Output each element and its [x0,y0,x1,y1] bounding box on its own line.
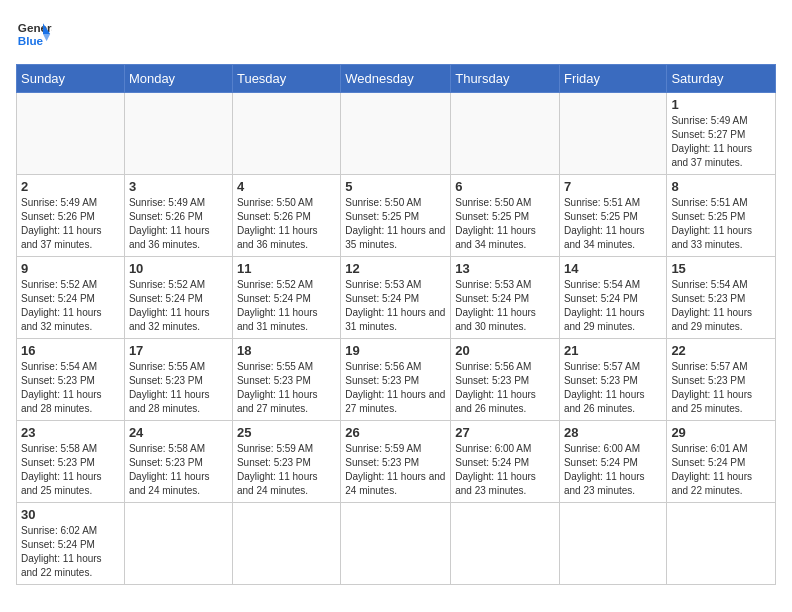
day-number: 23 [21,425,120,440]
day-number: 12 [345,261,446,276]
header: General Blue [16,16,776,52]
day-number: 10 [129,261,228,276]
day-info: Sunrise: 5:56 AM Sunset: 5:23 PM Dayligh… [345,360,446,416]
calendar-cell [341,503,451,585]
calendar-cell [124,93,232,175]
day-number: 16 [21,343,120,358]
day-number: 25 [237,425,336,440]
calendar-cell: 14Sunrise: 5:54 AM Sunset: 5:24 PM Dayli… [559,257,666,339]
day-number: 27 [455,425,555,440]
calendar-cell: 19Sunrise: 5:56 AM Sunset: 5:23 PM Dayli… [341,339,451,421]
calendar-cell: 10Sunrise: 5:52 AM Sunset: 5:24 PM Dayli… [124,257,232,339]
calendar-cell: 3Sunrise: 5:49 AM Sunset: 5:26 PM Daylig… [124,175,232,257]
calendar-cell: 8Sunrise: 5:51 AM Sunset: 5:25 PM Daylig… [667,175,776,257]
calendar-cell: 9Sunrise: 5:52 AM Sunset: 5:24 PM Daylig… [17,257,125,339]
calendar-cell: 22Sunrise: 5:57 AM Sunset: 5:23 PM Dayli… [667,339,776,421]
calendar-cell: 7Sunrise: 5:51 AM Sunset: 5:25 PM Daylig… [559,175,666,257]
day-number: 7 [564,179,662,194]
day-info: Sunrise: 5:53 AM Sunset: 5:24 PM Dayligh… [345,278,446,334]
calendar-week-0: 1Sunrise: 5:49 AM Sunset: 5:27 PM Daylig… [17,93,776,175]
day-info: Sunrise: 6:00 AM Sunset: 5:24 PM Dayligh… [455,442,555,498]
weekday-header-thursday: Thursday [451,65,560,93]
calendar-cell: 11Sunrise: 5:52 AM Sunset: 5:24 PM Dayli… [232,257,340,339]
day-info: Sunrise: 5:50 AM Sunset: 5:25 PM Dayligh… [455,196,555,252]
day-number: 28 [564,425,662,440]
day-info: Sunrise: 6:01 AM Sunset: 5:24 PM Dayligh… [671,442,771,498]
calendar-cell: 30Sunrise: 6:02 AM Sunset: 5:24 PM Dayli… [17,503,125,585]
calendar-cell: 4Sunrise: 5:50 AM Sunset: 5:26 PM Daylig… [232,175,340,257]
day-number: 4 [237,179,336,194]
day-info: Sunrise: 5:49 AM Sunset: 5:26 PM Dayligh… [129,196,228,252]
calendar-cell: 23Sunrise: 5:58 AM Sunset: 5:23 PM Dayli… [17,421,125,503]
weekday-header-monday: Monday [124,65,232,93]
calendar-cell [17,93,125,175]
calendar-week-2: 9Sunrise: 5:52 AM Sunset: 5:24 PM Daylig… [17,257,776,339]
day-info: Sunrise: 5:59 AM Sunset: 5:23 PM Dayligh… [237,442,336,498]
day-number: 11 [237,261,336,276]
calendar-cell: 18Sunrise: 5:55 AM Sunset: 5:23 PM Dayli… [232,339,340,421]
weekday-header-friday: Friday [559,65,666,93]
day-number: 14 [564,261,662,276]
calendar-body: 1Sunrise: 5:49 AM Sunset: 5:27 PM Daylig… [17,93,776,585]
day-number: 18 [237,343,336,358]
day-info: Sunrise: 5:50 AM Sunset: 5:25 PM Dayligh… [345,196,446,252]
day-number: 3 [129,179,228,194]
day-number: 26 [345,425,446,440]
day-number: 29 [671,425,771,440]
calendar-cell [451,93,560,175]
day-number: 21 [564,343,662,358]
calendar-cell: 20Sunrise: 5:56 AM Sunset: 5:23 PM Dayli… [451,339,560,421]
calendar-cell: 28Sunrise: 6:00 AM Sunset: 5:24 PM Dayli… [559,421,666,503]
day-info: Sunrise: 5:54 AM Sunset: 5:23 PM Dayligh… [671,278,771,334]
calendar-cell [667,503,776,585]
day-number: 17 [129,343,228,358]
calendar-cell: 13Sunrise: 5:53 AM Sunset: 5:24 PM Dayli… [451,257,560,339]
calendar-cell: 25Sunrise: 5:59 AM Sunset: 5:23 PM Dayli… [232,421,340,503]
day-number: 22 [671,343,771,358]
weekday-header-tuesday: Tuesday [232,65,340,93]
day-number: 20 [455,343,555,358]
day-number: 24 [129,425,228,440]
calendar-table: SundayMondayTuesdayWednesdayThursdayFrid… [16,64,776,585]
calendar-cell: 29Sunrise: 6:01 AM Sunset: 5:24 PM Dayli… [667,421,776,503]
day-info: Sunrise: 5:58 AM Sunset: 5:23 PM Dayligh… [21,442,120,498]
weekday-header-saturday: Saturday [667,65,776,93]
weekday-header-sunday: Sunday [17,65,125,93]
day-info: Sunrise: 5:52 AM Sunset: 5:24 PM Dayligh… [237,278,336,334]
day-info: Sunrise: 5:51 AM Sunset: 5:25 PM Dayligh… [671,196,771,252]
day-number: 13 [455,261,555,276]
day-info: Sunrise: 6:00 AM Sunset: 5:24 PM Dayligh… [564,442,662,498]
svg-marker-3 [43,34,50,41]
day-number: 15 [671,261,771,276]
calendar-header: SundayMondayTuesdayWednesdayThursdayFrid… [17,65,776,93]
calendar-cell [559,503,666,585]
calendar-cell [341,93,451,175]
calendar-cell: 5Sunrise: 5:50 AM Sunset: 5:25 PM Daylig… [341,175,451,257]
calendar-cell: 12Sunrise: 5:53 AM Sunset: 5:24 PM Dayli… [341,257,451,339]
day-info: Sunrise: 5:52 AM Sunset: 5:24 PM Dayligh… [21,278,120,334]
day-info: Sunrise: 5:57 AM Sunset: 5:23 PM Dayligh… [671,360,771,416]
day-info: Sunrise: 5:56 AM Sunset: 5:23 PM Dayligh… [455,360,555,416]
day-info: Sunrise: 5:53 AM Sunset: 5:24 PM Dayligh… [455,278,555,334]
calendar-cell: 15Sunrise: 5:54 AM Sunset: 5:23 PM Dayli… [667,257,776,339]
calendar-cell: 16Sunrise: 5:54 AM Sunset: 5:23 PM Dayli… [17,339,125,421]
page-container: General Blue SundayMondayTuesdayWednesda… [16,16,776,585]
calendar-cell: 26Sunrise: 5:59 AM Sunset: 5:23 PM Dayli… [341,421,451,503]
weekday-header-wednesday: Wednesday [341,65,451,93]
calendar-cell [124,503,232,585]
calendar-cell: 1Sunrise: 5:49 AM Sunset: 5:27 PM Daylig… [667,93,776,175]
calendar-cell: 2Sunrise: 5:49 AM Sunset: 5:26 PM Daylig… [17,175,125,257]
calendar-week-3: 16Sunrise: 5:54 AM Sunset: 5:23 PM Dayli… [17,339,776,421]
day-number: 6 [455,179,555,194]
day-info: Sunrise: 5:51 AM Sunset: 5:25 PM Dayligh… [564,196,662,252]
day-number: 1 [671,97,771,112]
day-info: Sunrise: 5:52 AM Sunset: 5:24 PM Dayligh… [129,278,228,334]
calendar-cell: 21Sunrise: 5:57 AM Sunset: 5:23 PM Dayli… [559,339,666,421]
day-info: Sunrise: 5:55 AM Sunset: 5:23 PM Dayligh… [129,360,228,416]
day-info: Sunrise: 5:50 AM Sunset: 5:26 PM Dayligh… [237,196,336,252]
calendar-cell: 17Sunrise: 5:55 AM Sunset: 5:23 PM Dayli… [124,339,232,421]
calendar-cell: 6Sunrise: 5:50 AM Sunset: 5:25 PM Daylig… [451,175,560,257]
day-info: Sunrise: 5:49 AM Sunset: 5:27 PM Dayligh… [671,114,771,170]
logo-icon: General Blue [16,16,52,52]
day-info: Sunrise: 5:57 AM Sunset: 5:23 PM Dayligh… [564,360,662,416]
